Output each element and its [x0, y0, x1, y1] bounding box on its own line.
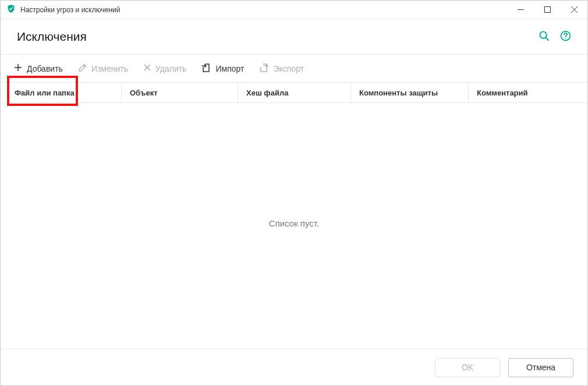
titlebar-left: Настройки угроз и исключений: [6, 4, 120, 15]
window-title: Настройки угроз и исключений: [20, 6, 120, 14]
plus-icon: [13, 63, 23, 74]
titlebar: Настройки угроз и исключений: [1, 1, 587, 19]
help-icon[interactable]: [560, 30, 571, 43]
column-header-comment[interactable]: Комментарий: [469, 83, 587, 102]
empty-list-message: Список пуст.: [1, 103, 587, 343]
svg-rect-1: [544, 7, 550, 13]
page-header: Исключения: [1, 19, 587, 54]
import-icon: [201, 63, 211, 75]
column-header-object[interactable]: Объект: [122, 83, 238, 102]
window-controls: [507, 1, 587, 19]
export-button: Экспорт: [253, 58, 310, 79]
svg-line-5: [546, 38, 549, 41]
import-label: Импорт: [215, 64, 244, 73]
maximize-button[interactable]: [534, 1, 561, 19]
delete-button: Удалить: [137, 59, 192, 78]
shield-icon: [6, 4, 16, 15]
header-actions: [539, 30, 571, 43]
delete-label: Удалить: [155, 64, 186, 73]
x-icon: [143, 63, 151, 73]
export-icon: [259, 63, 269, 75]
cancel-button[interactable]: Отмена: [508, 358, 573, 377]
page-title: Исключения: [17, 30, 87, 44]
toolbar: Добавить Изменить Удалить Импорт: [1, 54, 587, 82]
import-button[interactable]: Импорт: [196, 58, 250, 79]
column-header-file[interactable]: Файл или папка: [1, 83, 122, 102]
svg-point-7: [565, 38, 566, 39]
table-header: Файл или папка Объект Хеш файла Компонен…: [1, 82, 587, 103]
search-icon[interactable]: [539, 30, 550, 43]
edit-label: Изменить: [91, 64, 128, 73]
edit-button: Изменить: [72, 58, 134, 79]
footer: OK Отмена: [1, 349, 587, 385]
add-label: Добавить: [27, 64, 63, 73]
add-button[interactable]: Добавить: [8, 58, 69, 79]
minimize-button[interactable]: [507, 1, 534, 19]
pencil-icon: [78, 63, 87, 74]
column-header-hash[interactable]: Хеш файла: [238, 83, 351, 102]
export-label: Экспорт: [273, 64, 304, 73]
column-header-components[interactable]: Компоненты защиты: [351, 83, 469, 102]
ok-button: OK: [435, 358, 500, 377]
close-button[interactable]: [561, 1, 587, 19]
